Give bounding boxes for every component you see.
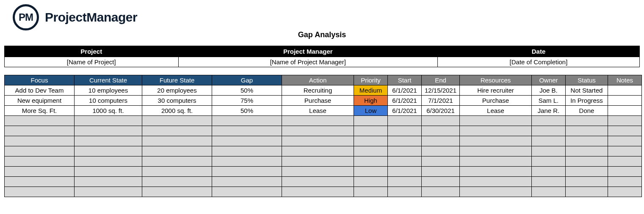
cell-action[interactable]: Purchase [282,96,354,106]
cell-empty[interactable] [142,187,212,197]
cell-empty[interactable] [460,136,532,146]
cell-empty[interactable] [75,126,142,136]
cell-empty[interactable] [212,156,282,167]
cell-empty[interactable] [566,136,608,146]
cell-end[interactable]: 7/1/2021 [422,96,460,106]
cell-empty[interactable] [460,116,532,126]
cell-current[interactable]: 1000 sq. ft. [75,106,142,116]
cell-focus[interactable]: New equipment [5,96,75,106]
cell-empty[interactable] [75,136,142,146]
cell-empty[interactable] [566,146,608,156]
cell-empty[interactable] [354,167,388,177]
cell-end[interactable]: 6/30/2021 [422,106,460,116]
cell-empty[interactable] [388,136,422,146]
cell-empty[interactable] [608,177,642,187]
cell-empty[interactable] [608,167,642,177]
cell-empty[interactable] [354,146,388,156]
cell-start[interactable]: 6/1/2021 [388,96,422,106]
cell-empty[interactable] [354,187,388,197]
cell-empty[interactable] [5,126,75,136]
cell-action[interactable]: Lease [282,106,354,116]
cell-empty[interactable] [532,126,566,136]
cell-empty[interactable] [422,146,460,156]
cell-empty[interactable] [566,116,608,126]
cell-empty[interactable] [460,126,532,136]
cell-status[interactable]: Done [566,106,608,116]
cell-empty[interactable] [388,116,422,126]
cell-empty[interactable] [532,187,566,197]
cell-empty[interactable] [566,156,608,167]
cell-empty[interactable] [422,116,460,126]
cell-empty[interactable] [212,136,282,146]
cell-empty[interactable] [142,116,212,126]
cell-empty[interactable] [75,146,142,156]
cell-future[interactable]: 20 employees [142,85,212,96]
cell-empty[interactable] [282,156,354,167]
cell-start[interactable]: 6/1/2021 [388,85,422,96]
cell-empty[interactable] [75,167,142,177]
cell-gap[interactable]: 50% [212,85,282,96]
cell-empty[interactable] [388,126,422,136]
cell-empty[interactable] [422,167,460,177]
cell-empty[interactable] [532,156,566,167]
cell-empty[interactable] [5,167,75,177]
cell-empty[interactable] [460,167,532,177]
cell-empty[interactable] [282,187,354,197]
cell-empty[interactable] [422,156,460,167]
cell-empty[interactable] [532,116,566,126]
cell-owner[interactable]: Joe B. [532,85,566,96]
cell-empty[interactable] [142,146,212,156]
cell-empty[interactable] [212,177,282,187]
cell-empty[interactable] [5,177,75,187]
cell-empty[interactable] [75,156,142,167]
cell-owner[interactable]: Sam L. [532,96,566,106]
cell-empty[interactable] [75,177,142,187]
cell-empty[interactable] [460,187,532,197]
cell-resources[interactable]: Purchase [460,96,532,106]
cell-empty[interactable] [608,146,642,156]
cell-empty[interactable] [212,146,282,156]
cell-empty[interactable] [422,136,460,146]
cell-priority[interactable]: High [354,96,388,106]
cell-future[interactable]: 2000 sq. ft. [142,106,212,116]
cell-empty[interactable] [532,146,566,156]
cell-owner[interactable]: Jane R. [532,106,566,116]
cell-end[interactable]: 12/15/2021 [422,85,460,96]
cell-notes[interactable] [608,106,642,116]
cell-empty[interactable] [608,126,642,136]
cell-empty[interactable] [75,116,142,126]
cell-empty[interactable] [142,136,212,146]
cell-empty[interactable] [212,187,282,197]
cell-action[interactable]: Recruiting [282,85,354,96]
cell-empty[interactable] [608,116,642,126]
cell-empty[interactable] [5,146,75,156]
cell-empty[interactable] [5,156,75,167]
cell-future[interactable]: 30 computers [142,96,212,106]
cell-empty[interactable] [532,136,566,146]
cell-empty[interactable] [566,126,608,136]
cell-empty[interactable] [354,156,388,167]
cell-empty[interactable] [532,177,566,187]
cell-notes[interactable] [608,96,642,106]
cell-start[interactable]: 6/1/2021 [388,106,422,116]
cell-priority[interactable]: Medium [354,85,388,96]
cell-resources[interactable]: Hire recruiter [460,85,532,96]
cell-notes[interactable] [608,85,642,96]
cell-status[interactable]: Not Started [566,85,608,96]
cell-empty[interactable] [608,136,642,146]
cell-empty[interactable] [212,126,282,136]
cell-empty[interactable] [608,187,642,197]
cell-empty[interactable] [354,136,388,146]
cell-focus[interactable]: Add to Dev Team [5,85,75,96]
meta-value-manager[interactable]: [Name of Project Manager] [178,57,437,67]
cell-empty[interactable] [5,116,75,126]
cell-empty[interactable] [566,187,608,197]
cell-empty[interactable] [282,136,354,146]
meta-value-project[interactable]: [Name of Project] [5,57,179,67]
cell-empty[interactable] [460,156,532,167]
cell-empty[interactable] [532,167,566,177]
cell-empty[interactable] [608,156,642,167]
cell-status[interactable]: In Progress [566,96,608,106]
cell-empty[interactable] [388,156,422,167]
cell-empty[interactable] [460,177,532,187]
